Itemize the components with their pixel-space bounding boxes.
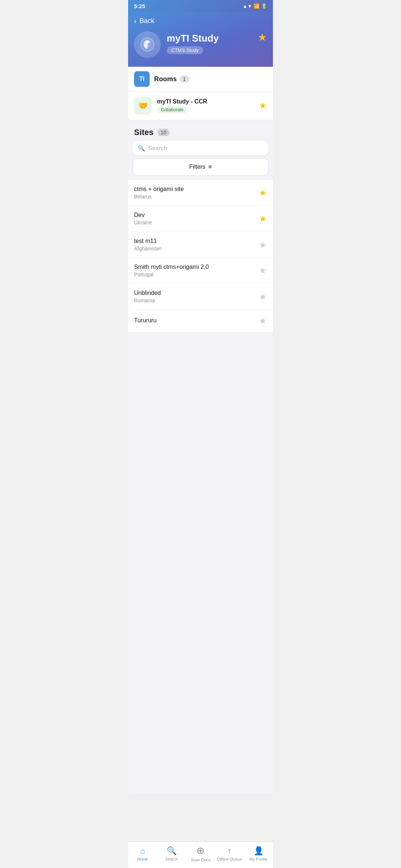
sites-list: ctms + origami site Belarus ★ Dev Ukrain…	[128, 180, 273, 332]
rooms-section-header: TI Rooms 1	[128, 67, 273, 92]
site-name: Smith myti ctms+origami 2.0	[134, 264, 259, 270]
back-button[interactable]: ‹ Back	[128, 12, 273, 28]
search-icon: 🔍	[138, 145, 145, 152]
offline-queue-icon: ↑	[228, 846, 232, 856]
svg-point-1	[146, 42, 149, 44]
site-name: Dev	[134, 212, 259, 218]
study-avatar	[134, 31, 161, 58]
room-name: myTI Study - CCR	[157, 98, 259, 105]
rooms-title: Rooms	[154, 75, 177, 83]
filters-button[interactable]: Filters ≡	[133, 158, 268, 175]
nav-label-my-profile: My Profile	[250, 857, 268, 861]
site-info: ctms + origami site Belarus	[134, 186, 259, 200]
site-info: Unblinded Romania	[134, 290, 259, 303]
site-country: Ukraine	[134, 220, 259, 226]
rooms-count: 1	[180, 75, 189, 83]
site-country: Afghanistan	[134, 246, 259, 251]
nav-item-search[interactable]: 🔍 Search	[157, 846, 186, 861]
search-bar[interactable]: 🔍	[133, 141, 268, 155]
site-name: test m11	[134, 238, 259, 244]
room-type-badge: Collaborate	[157, 106, 187, 113]
back-label: Back	[140, 17, 154, 25]
svg-rect-2	[145, 45, 150, 46]
header-gradient: ‹ Back myTI Study CTMS Study ★	[128, 12, 273, 67]
study-profile: myTI Study CTMS Study ★	[128, 28, 273, 67]
search-input[interactable]	[148, 145, 263, 152]
site-favorite-button[interactable]: ★	[259, 214, 267, 224]
search-nav-icon: 🔍	[167, 846, 177, 856]
nav-label-scan-docs: Scan Docs	[190, 858, 210, 862]
study-info: myTI Study CTMS Study	[167, 31, 267, 54]
site-info: Turururu	[134, 317, 259, 325]
status-time: 5:25	[134, 3, 145, 9]
content-area: TI Rooms 1 🤝 myTI Study - CCR Collaborat…	[128, 67, 273, 794]
sites-title: Sites	[134, 128, 154, 137]
room-icon: 🤝	[134, 97, 152, 115]
rooms-avatar-text: TI	[139, 76, 144, 82]
site-country: Romania	[134, 297, 259, 303]
nav-item-scan-docs[interactable]: ⊕ Scan Docs	[186, 845, 215, 862]
room-info: myTI Study - CCR Collaborate	[157, 98, 259, 113]
nav-item-home[interactable]: ⌂ Home	[128, 846, 157, 861]
sites-count: 10	[157, 129, 170, 136]
rooms-avatar: TI	[134, 71, 150, 87]
study-title: myTI Study	[167, 33, 267, 44]
status-bar: 5:25 ▲▼ 📶 🔋	[128, 0, 273, 12]
site-favorite-button[interactable]: ★	[259, 240, 267, 250]
site-name: Turururu	[134, 317, 259, 324]
site-favorite-button[interactable]: ★	[259, 292, 267, 302]
site-info: Dev Ukraine	[134, 212, 259, 226]
site-info: Smith myti ctms+origami 2.0 Portugal	[134, 264, 259, 277]
site-favorite-button[interactable]: ★	[259, 266, 267, 276]
sites-section-header: Sites 10	[128, 120, 273, 141]
room-item[interactable]: 🤝 myTI Study - CCR Collaborate ★	[128, 92, 273, 120]
filters-label: Filters	[189, 164, 206, 170]
home-icon: ⌂	[140, 846, 145, 856]
nav-item-my-profile[interactable]: 👤 My Profile	[244, 846, 273, 861]
site-item[interactable]: Turururu ★	[128, 310, 273, 332]
room-favorite-button[interactable]: ★	[259, 101, 267, 111]
study-type-badge: CTMS Study	[167, 46, 203, 54]
my-profile-icon: 👤	[254, 846, 264, 856]
status-icons: ▲▼ 📶 🔋	[242, 3, 267, 9]
site-item[interactable]: test m11 Afghanistan ★	[128, 232, 273, 258]
nav-label-home: Home	[137, 857, 148, 861]
site-country: Belarus	[134, 194, 259, 200]
site-favorite-button[interactable]: ★	[259, 188, 267, 198]
nav-item-offline-queue[interactable]: ↑ Offline Queue	[215, 846, 244, 861]
filters-icon: ≡	[208, 164, 212, 170]
site-country: Portugal	[134, 272, 259, 277]
nav-label-offline-queue: Offline Queue	[217, 857, 242, 861]
site-item[interactable]: Smith myti ctms+origami 2.0 Portugal ★	[128, 258, 273, 284]
svg-rect-3	[146, 46, 149, 47]
scan-docs-icon: ⊕	[196, 845, 205, 857]
study-favorite-button[interactable]: ★	[258, 31, 267, 43]
back-arrow-icon: ‹	[134, 17, 137, 25]
site-name: Unblinded	[134, 290, 259, 296]
bottom-nav: ⌂ Home 🔍 Search ⊕ Scan Docs ↑ Offline Qu…	[128, 842, 273, 868]
site-info: test m11 Afghanistan	[134, 238, 259, 251]
site-favorite-button[interactable]: ★	[259, 316, 267, 326]
site-item[interactable]: Unblinded Romania ★	[128, 284, 273, 310]
site-item[interactable]: ctms + origami site Belarus ★	[128, 180, 273, 206]
site-item[interactable]: Dev Ukraine ★	[128, 206, 273, 232]
site-name: ctms + origami site	[134, 186, 259, 193]
nav-label-search: Search	[165, 857, 178, 861]
